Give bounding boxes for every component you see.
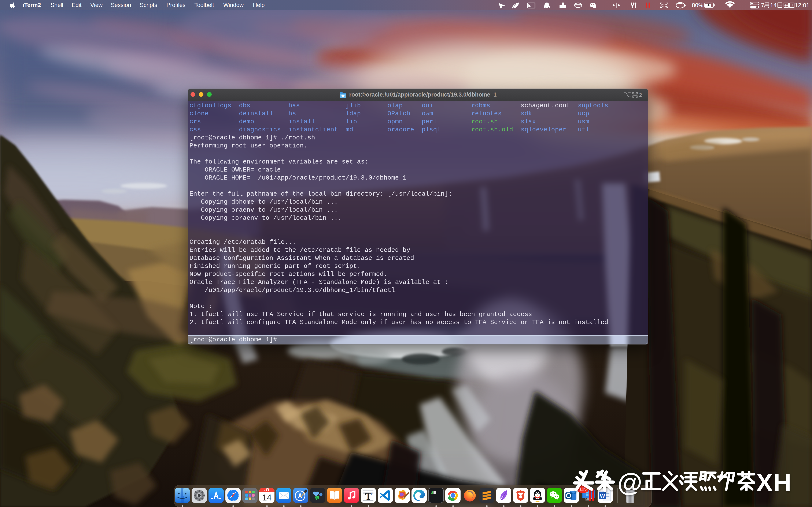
svg-text:XH: XH xyxy=(756,468,792,496)
svg-text:@: @ xyxy=(617,468,642,496)
